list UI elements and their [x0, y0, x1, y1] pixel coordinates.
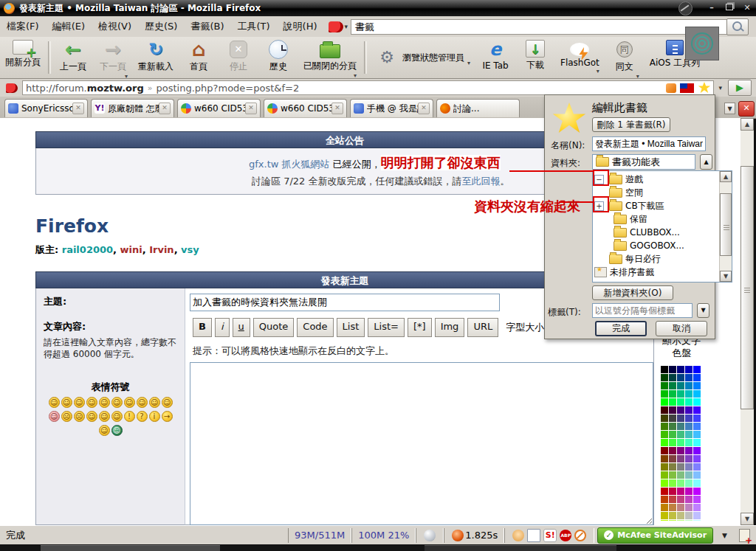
emoticon-happy[interactable]: ☺ [162, 397, 173, 408]
toolbar-button-reload[interactable]: 重新載入 [138, 40, 173, 73]
palette-color-swatch[interactable] [677, 488, 684, 495]
palette-color-swatch[interactable] [669, 463, 676, 471]
palette-color-swatch[interactable] [693, 398, 701, 406]
format-button-list[interactable]: List= [368, 318, 405, 337]
palette-color-swatch[interactable] [669, 439, 676, 446]
go-button[interactable]: ▶ [728, 80, 752, 96]
palette-color-swatch[interactable] [661, 398, 668, 406]
toolbar-button-tongwen[interactable]: 同文▾ [610, 40, 639, 80]
palette-color-swatch[interactable] [669, 479, 676, 487]
palette-color-swatch[interactable] [661, 439, 668, 446]
format-button-quote[interactable]: Quote [253, 318, 295, 337]
page-info-icon[interactable] [527, 529, 540, 542]
folder-select[interactable]: 書籤功能表 [592, 154, 695, 170]
palette-color-swatch[interactable] [677, 463, 684, 471]
chevron-down-icon[interactable]: ▾ [354, 72, 357, 79]
emoticon-arrow[interactable]: → [162, 411, 173, 422]
palette-color-swatch[interactable] [661, 390, 668, 398]
palette-color-swatch[interactable] [669, 471, 676, 479]
tree-item-6[interactable]: GOGOBOX... [611, 239, 684, 252]
emoticon-question[interactable]: ? [137, 411, 148, 422]
scroll-down-icon[interactable]: ▼ [720, 271, 732, 282]
emoticon-biggrin[interactable]: ☺ [149, 397, 160, 408]
scroll-up-icon[interactable]: ▲ [720, 171, 732, 182]
palette-color-swatch[interactable] [669, 504, 676, 511]
bookmark-star-icon[interactable] [698, 82, 710, 94]
palette-color-swatch[interactable] [685, 455, 693, 462]
palette-color-swatch[interactable] [685, 415, 693, 422]
menu-item-bookmarks[interactable]: 書籤(B) [184, 18, 230, 35]
scroll-down-icon[interactable]: ▼ [740, 513, 754, 525]
palette-color-swatch[interactable] [677, 366, 684, 373]
palette-color-swatch[interactable] [677, 512, 684, 519]
palette-color-swatch[interactable] [677, 382, 684, 389]
palette-color-swatch[interactable] [669, 496, 676, 503]
close-tab-button[interactable]: ✕ [738, 101, 755, 117]
palette-color-swatch[interactable] [677, 455, 684, 462]
done-button[interactable]: 完成 [595, 321, 647, 336]
emoticon-twisted[interactable]: ☺ [86, 411, 97, 422]
palette-color-swatch[interactable] [685, 447, 693, 454]
emoticon-cool[interactable]: ☺ [124, 397, 135, 408]
moderator-link[interactable]: Irvin [149, 244, 173, 255]
search-button[interactable] [726, 18, 749, 35]
palette-color-swatch[interactable] [693, 471, 701, 479]
palette-color-swatch[interactable] [693, 504, 701, 511]
emoticon-neutral[interactable]: ☺ [99, 425, 110, 436]
palette-color-swatch[interactable] [685, 423, 693, 430]
url-history-dropdown[interactable]: ▾ [714, 84, 726, 91]
toolbar-button-ietab[interactable]: IE Tab [481, 40, 510, 71]
palette-color-swatch[interactable] [685, 431, 693, 438]
palette-color-swatch[interactable] [693, 455, 701, 462]
palette-color-swatch[interactable] [677, 431, 684, 438]
palette-color-swatch[interactable] [685, 382, 693, 389]
palette-color-swatch[interactable] [669, 423, 676, 430]
palette-color-swatch[interactable] [669, 398, 676, 406]
emoticon-idea[interactable]: i [149, 411, 160, 422]
palette-color-swatch[interactable] [685, 520, 693, 521]
palette-color-swatch[interactable] [677, 406, 684, 414]
palette-color-swatch[interactable] [677, 447, 684, 454]
toolbar-button-download[interactable]: 下載 [520, 40, 550, 72]
chevron-down-icon[interactable]: ▾ [467, 60, 470, 66]
tree-item-4[interactable]: 保留 [611, 212, 647, 226]
palette-color-swatch[interactable] [661, 455, 668, 462]
palette-color-swatch[interactable] [677, 520, 684, 521]
avatar-icon[interactable] [512, 530, 524, 541]
tree-item-8[interactable]: 未排序書籤 [594, 266, 654, 279]
palette-color-swatch[interactable] [693, 423, 701, 430]
format-button-u[interactable]: u [233, 318, 250, 337]
noscript-icon[interactable] [574, 530, 586, 541]
palette-color-swatch[interactable] [685, 463, 693, 471]
palette-color-swatch[interactable] [677, 374, 684, 381]
palette-color-swatch[interactable] [693, 463, 701, 471]
moderator-link[interactable]: vsy [181, 244, 199, 255]
close-button[interactable]: ✕ [738, 3, 756, 14]
close-tab-icon[interactable]: ✕ [72, 103, 84, 114]
subject-input[interactable] [190, 294, 500, 311]
emoticon-rolleyes[interactable]: ☺ [99, 397, 110, 408]
toolbar-button-history[interactable]: 歷史 [264, 40, 293, 73]
emoticon-grin[interactable]: ☺ [49, 397, 60, 408]
siteadvisor-dropdown[interactable]: ▼ [716, 532, 733, 539]
close-tab-icon[interactable]: ✕ [245, 103, 257, 114]
palette-color-swatch[interactable] [685, 366, 693, 373]
close-tab-icon[interactable]: ✕ [159, 103, 171, 114]
tab-1[interactable]: SonyEricsson T...✕ [4, 99, 88, 117]
moderator-link[interactable]: wini [120, 244, 142, 255]
emoticon-sad[interactable]: ☹ [61, 411, 72, 422]
emoticon-geek[interactable]: ☺ [99, 411, 110, 422]
palette-color-swatch[interactable] [693, 431, 701, 438]
palette-color-swatch[interactable] [677, 398, 684, 406]
emoticon-mrgreen[interactable]: ☺ [111, 425, 123, 436]
flag-icon[interactable] [680, 83, 694, 93]
palette-color-swatch[interactable] [669, 520, 676, 521]
palette-color-swatch[interactable] [661, 471, 668, 479]
toolbar-button-flashgot[interactable]: FlashGot▾ [560, 40, 599, 74]
palette-color-swatch[interactable] [685, 374, 693, 381]
palette-color-swatch[interactable] [685, 504, 693, 511]
palette-color-swatch[interactable] [669, 382, 676, 389]
palette-color-swatch[interactable] [685, 479, 693, 487]
emoticon-mellow[interactable]: ☺ [111, 397, 123, 408]
tags-input[interactable] [592, 303, 693, 318]
